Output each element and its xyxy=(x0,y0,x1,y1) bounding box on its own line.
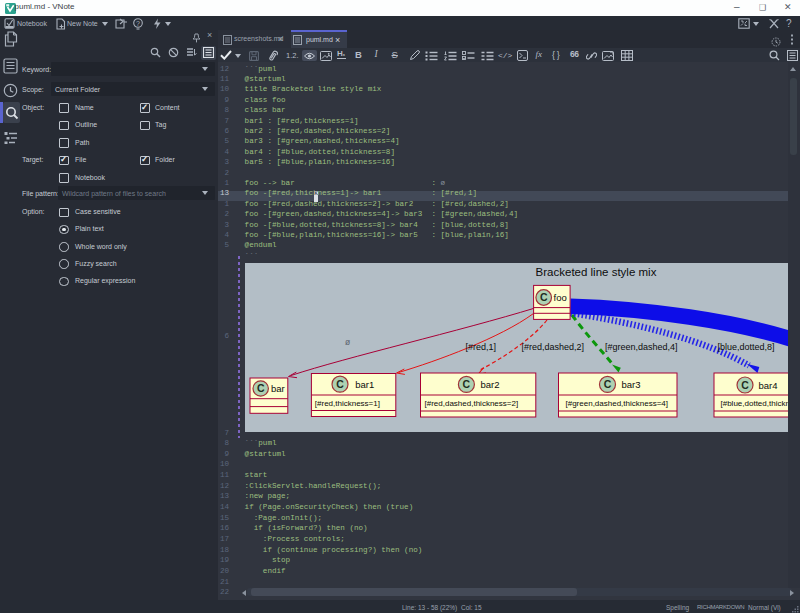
svg-text:[#red,1]: [#red,1] xyxy=(465,342,496,352)
svg-text:[blue,dotted,8]: [blue,dotted,8] xyxy=(717,342,774,352)
svg-text:C: C xyxy=(539,291,547,303)
svg-text:C: C xyxy=(741,379,749,391)
svg-text:[#red,dashed,thickness=2]: [#red,dashed,thickness=2] xyxy=(424,399,518,408)
svg-text:ø: ø xyxy=(345,337,350,347)
svg-text:C: C xyxy=(336,378,344,390)
svg-text:[#blue,dotted,thickne: [#blue,dotted,thickne xyxy=(720,399,788,408)
svg-text:foo: foo xyxy=(553,292,566,303)
svg-text:bar1: bar1 xyxy=(355,379,374,390)
svg-text:[#green,dashed,thickness=4]: [#green,dashed,thickness=4] xyxy=(565,399,668,408)
svg-text:bar: bar xyxy=(270,383,284,394)
svg-text:C: C xyxy=(603,378,611,390)
svg-text:bar3: bar3 xyxy=(621,379,640,390)
svg-text:?: ? xyxy=(136,19,140,26)
svg-text:Bracketed line style mix: Bracketed line style mix xyxy=(535,266,656,278)
svg-text:[#green,dashed,4]: [#green,dashed,4] xyxy=(605,342,678,352)
svg-text:bar4: bar4 xyxy=(758,380,777,391)
svg-text:C: C xyxy=(256,382,264,394)
svg-text:[#red,thickness=1]: [#red,thickness=1] xyxy=(314,399,379,408)
svg-text:[#red,dashed,2]: [#red,dashed,2] xyxy=(521,342,584,352)
svg-text:C: C xyxy=(462,378,470,390)
svg-text:bar2: bar2 xyxy=(480,379,499,390)
